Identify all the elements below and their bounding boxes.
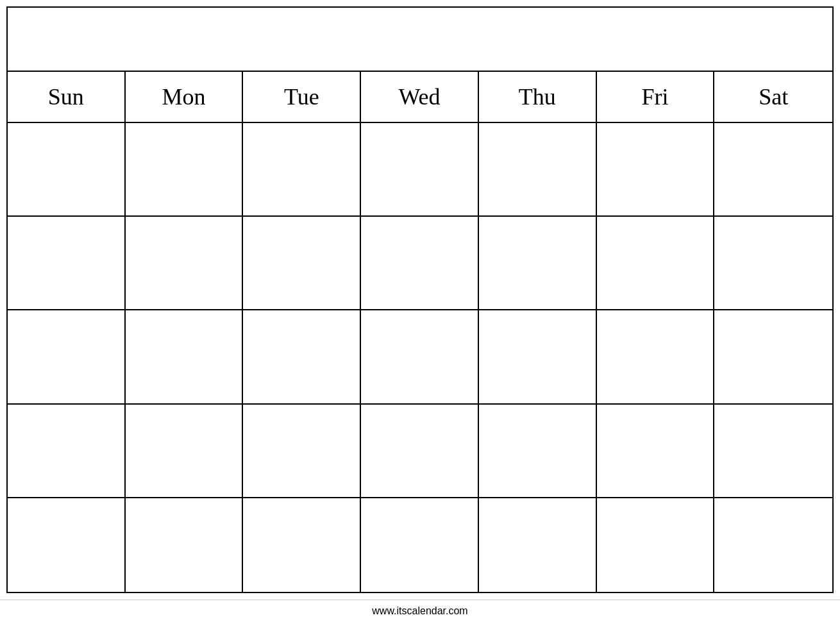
calendar-cell[interactable] [243,123,361,215]
calendar-cell[interactable] [479,310,597,403]
calendar-cell[interactable] [361,498,479,592]
calendar-cell[interactable] [126,123,244,215]
week-row-2 [8,217,832,310]
calendar-cell[interactable] [479,123,597,215]
calendar-cell[interactable] [479,498,597,592]
calendar-cell[interactable] [361,310,479,403]
calendar-cell[interactable] [714,405,832,497]
calendar-cell[interactable] [597,217,715,309]
calendar-cell[interactable] [597,498,715,592]
day-header-sun: Sun [8,72,126,122]
calendar-cell[interactable] [243,498,361,592]
week-row-3 [8,310,832,404]
footer: www.itscalendar.com [0,600,840,622]
days-header: Sun Mon Tue Wed Thu Fri Sat [8,72,832,123]
calendar-cell[interactable] [597,123,715,215]
calendar-cell[interactable] [714,498,832,592]
calendar: Sun Mon Tue Wed Thu Fri Sat [6,6,834,593]
calendar-cell[interactable] [479,217,597,309]
calendar-cell[interactable] [243,217,361,309]
day-header-wed: Wed [361,72,479,122]
calendar-cell[interactable] [597,310,715,403]
calendar-cell[interactable] [8,498,126,592]
calendar-cell[interactable] [8,217,126,309]
calendar-cell[interactable] [361,123,479,215]
week-row-5 [8,498,832,592]
calendar-cell[interactable] [714,217,832,309]
calendar-cell[interactable] [8,310,126,403]
calendar-cell[interactable] [361,217,479,309]
calendar-cell[interactable] [361,405,479,497]
calendar-cell[interactable] [243,310,361,403]
day-header-fri: Fri [597,72,715,122]
calendar-cell[interactable] [8,405,126,497]
week-row-4 [8,405,832,498]
footer-url: www.itscalendar.com [372,605,467,616]
day-header-sat: Sat [714,72,832,122]
calendar-cell[interactable] [597,405,715,497]
week-row-1 [8,123,832,217]
day-header-thu: Thu [479,72,597,122]
calendar-cell[interactable] [8,123,126,215]
calendar-title-area [8,8,832,72]
calendar-cell[interactable] [126,217,244,309]
day-header-mon: Mon [126,72,244,122]
calendar-cell[interactable] [126,498,244,592]
calendar-cell[interactable] [714,310,832,403]
calendar-cell[interactable] [126,405,244,497]
calendar-grid [8,123,832,592]
calendar-cell[interactable] [479,405,597,497]
calendar-cell[interactable] [126,310,244,403]
calendar-cell[interactable] [243,405,361,497]
day-header-tue: Tue [243,72,361,122]
calendar-cell[interactable] [714,123,832,215]
